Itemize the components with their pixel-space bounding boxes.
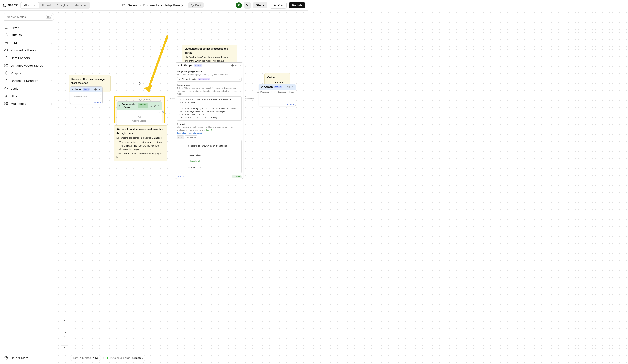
breadcrumb: General / Document Knowledge Base (7) Dr… [122, 2, 204, 8]
gear-icon[interactable]: ⚙ [235, 64, 238, 67]
info-icon[interactable]: ⓘ [231, 64, 234, 67]
sidebar-item-utils[interactable]: Utils› [3, 92, 54, 100]
chevron-right-icon: › [51, 41, 53, 44]
apps-icon [4, 102, 8, 106]
info-icon[interactable]: ⓘ [149, 104, 152, 107]
annotation-arrow [142, 34, 172, 98]
close-icon[interactable]: ✕ [238, 64, 241, 67]
workflow-canvas[interactable]: Receives the user message from the chat … [57, 11, 308, 178]
info-icon[interactable]: ⓘ [287, 85, 290, 88]
wrench-icon [4, 94, 8, 98]
tab-formatted[interactable]: Formatted [185, 136, 197, 139]
sidebar-item-outputs[interactable]: Outputs› [3, 31, 54, 38]
app-logo[interactable]: stack [2, 3, 18, 7]
chevron-right-icon: › [51, 79, 53, 83]
tab-workflow[interactable]: Workflow [21, 2, 39, 8]
sidebar-item-data[interactable]: Data Loaders› [3, 54, 54, 61]
svg-rect-9 [5, 104, 6, 105]
avatar[interactable]: P [236, 2, 242, 8]
run-button[interactable]: Run [270, 2, 287, 9]
sidebar-item-inputs[interactable]: Inputs› [3, 24, 54, 31]
prompt-textarea[interactable]: Context to answer user questions <knowle… [177, 140, 241, 173]
port-input[interactable] [173, 97, 175, 99]
breadcrumb-doc[interactable]: Document Knowledge Base (7) [143, 3, 184, 7]
chevron-right-icon: › [51, 94, 53, 98]
tab-analytics[interactable]: Analytics [54, 2, 72, 8]
sidebar-item-modal[interactable]: Multi-Modal› [3, 100, 54, 107]
prompt-examples-link[interactable]: Examples of a good prompt [177, 132, 202, 134]
instructions-textarea[interactable]: You are an AI that answers questions ove… [177, 96, 241, 121]
chevron-right-icon: › [51, 71, 53, 75]
input-value-field[interactable]: Value for {in-0} [72, 94, 101, 99]
svg-rect-7 [5, 102, 6, 103]
port-input[interactable] [139, 99, 141, 101]
tab-manager[interactable]: Manager [72, 2, 89, 8]
svg-point-12 [72, 88, 74, 90]
port-output[interactable] [162, 111, 164, 113]
cloud-icon [4, 48, 8, 52]
search-input[interactable]: ⌘K [3, 13, 54, 21]
node-anthropic[interactable]: Anthropic llm-0 ⓘ ⚙ ✕ Large Language Mod… [175, 63, 243, 178]
share-button[interactable]: Share [253, 2, 267, 8]
chevron-right-icon: › [51, 48, 53, 52]
breadcrumb-sep: / [141, 3, 141, 7]
play-icon [273, 4, 276, 7]
sidebar-item-knowledge[interactable]: Knowledge Bases› [3, 47, 54, 54]
puzzle-icon [4, 71, 8, 75]
chevron-right-icon: › [51, 56, 53, 60]
svg-rect-1 [5, 42, 7, 44]
category-list: Inputs› Outputs› LLMs› Knowledge Bases› … [3, 24, 54, 107]
node-input[interactable]: Input in-0 ⓘ ✕ Value for {in-0} ⏱ 0.0 s [70, 86, 103, 104]
info-icon[interactable]: ⓘ [94, 88, 97, 91]
sidebar-item-vector[interactable]: Dynamic Vector Stores› [3, 62, 54, 69]
file-icon [119, 104, 120, 107]
code-icon [4, 86, 8, 90]
chevron-right-icon: › [51, 102, 53, 106]
close-icon[interactable]: ✕ [291, 85, 294, 88]
chevron-right-icon: › [51, 64, 53, 67]
clear-button[interactable]: Clear [289, 91, 294, 93]
download-button[interactable]: Download [278, 91, 286, 93]
svg-point-15 [261, 87, 262, 87]
close-icon[interactable]: ✕ [98, 88, 101, 91]
grid-icon [4, 64, 8, 67]
port-output[interactable] [244, 96, 245, 97]
port-input[interactable] [257, 92, 259, 94]
edge [104, 94, 139, 95]
draft-pill[interactable]: Draft [188, 2, 204, 8]
svg-rect-10 [6, 104, 8, 105]
model-select[interactable]: Claude 3 Haiku Large Context ⌄ [177, 77, 241, 81]
port-label: To LLM [164, 113, 170, 115]
svg-rect-5 [6, 64, 8, 65]
port-label: Input query [142, 98, 150, 100]
sidebar-item-llms[interactable]: LLMs› [3, 39, 54, 46]
sidebar-item-plugins[interactable]: Plugins› [3, 70, 54, 77]
sidebar-item-logic[interactable]: Logic› [3, 85, 54, 92]
breadcrumb-folder[interactable]: General [128, 3, 138, 7]
svg-point-2 [5, 42, 6, 43]
cloud-upload-icon [138, 115, 141, 119]
file-icon [4, 56, 8, 60]
grab-cursor-icon [138, 82, 142, 85]
cursor-mode-button[interactable] [244, 2, 251, 9]
chevron-right-icon: › [51, 25, 53, 29]
note-docs: Stores all the documents and searches th… [114, 125, 167, 161]
anthropic-logo-icon [177, 64, 179, 67]
tab-edit[interactable]: Edit [177, 136, 184, 139]
history-icon [191, 4, 194, 7]
node-output[interactable]: Output out-0 ⓘ ✕ Formatted 📄 Download | … [258, 84, 296, 106]
sidebar-item-readers[interactable]: Document Readers› [3, 77, 54, 84]
svg-rect-4 [5, 64, 6, 65]
chevron-right-icon: › [51, 87, 53, 90]
tab-export[interactable]: Export [39, 2, 54, 8]
download-icon [4, 25, 8, 29]
upload-dropzone[interactable]: Click to upload [119, 112, 160, 125]
sidebar: ⌘K Inputs› Outputs› LLMs› Knowledge Base… [0, 11, 57, 178]
search-field[interactable] [7, 15, 44, 19]
formatted-toggle[interactable] [270, 91, 272, 93]
svg-point-14 [261, 86, 263, 88]
publish-button[interactable]: Publish [289, 2, 305, 8]
close-icon[interactable]: ✕ [157, 104, 160, 107]
gear-icon[interactable]: ⚙ [153, 104, 156, 107]
target-icon [260, 86, 263, 88]
